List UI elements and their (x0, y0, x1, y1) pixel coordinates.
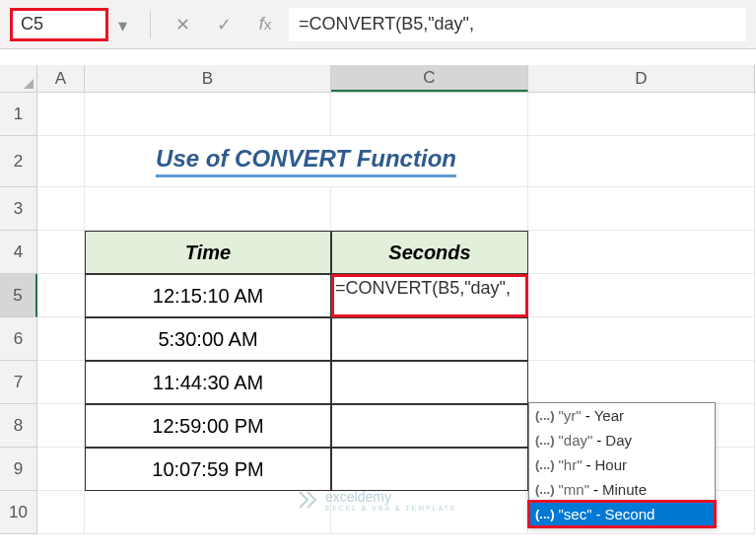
cell-d5[interactable] (528, 274, 755, 317)
autocomplete-value: "day" (559, 432, 593, 449)
cell-b10[interactable] (85, 491, 331, 534)
autocomplete-label: Year (594, 407, 624, 424)
cell-c7[interactable] (331, 361, 528, 404)
autocomplete-item-hr[interactable]: (...) "hr" - Hour (529, 452, 715, 477)
row-header-7[interactable]: 7 (0, 361, 37, 404)
cell-a5[interactable] (37, 274, 85, 317)
cell-b3[interactable] (85, 187, 331, 231)
autocomplete-kind-icon: (...) (535, 482, 555, 497)
active-cell-formula: =CONVERT(B5,"day", (335, 278, 511, 299)
cell-c6[interactable] (331, 317, 528, 361)
table-header-time[interactable]: Time (85, 231, 331, 274)
watermark-icon (296, 488, 319, 512)
cell-a10[interactable] (37, 491, 85, 534)
watermark-subtitle: EXCEL & VBA & TEMPLATE (325, 505, 457, 512)
cell-c9[interactable] (331, 448, 528, 491)
watermark-name: exceldemy (325, 489, 457, 505)
select-all-corner[interactable] (0, 65, 37, 92)
column-header-c[interactable]: C (331, 65, 528, 92)
autocomplete-item-sec[interactable]: (...) "sec" - Second (529, 502, 715, 526)
cell-d1[interactable] (528, 93, 755, 136)
cell-c8[interactable] (331, 404, 528, 448)
autocomplete-label: Hour (595, 456, 628, 473)
autocomplete-kind-icon: (...) (535, 457, 555, 472)
row-header-6[interactable]: 6 (0, 317, 37, 361)
column-header-a[interactable]: A (37, 65, 85, 92)
row-header-5[interactable]: 5 (0, 274, 37, 317)
autocomplete-kind-icon: (...) (535, 507, 555, 521)
row-header-3[interactable]: 3 (0, 187, 37, 231)
cell-c3[interactable] (331, 187, 528, 231)
row-header-1[interactable]: 1 (0, 93, 37, 136)
autocomplete-kind-icon: (...) (535, 408, 555, 423)
autocomplete-value: "yr" (559, 407, 582, 424)
table-header-seconds[interactable]: Seconds (331, 231, 528, 274)
column-header-d[interactable]: D (528, 65, 755, 92)
autocomplete-item-mn[interactable]: (...) "mn" - Minute (529, 477, 715, 502)
autocomplete-item-yr[interactable]: (...) "yr" - Year (529, 403, 715, 428)
fx-icon[interactable]: fx (253, 13, 277, 36)
autocomplete-label: Day (605, 432, 632, 449)
accept-formula-icon[interactable]: ✓ (212, 13, 236, 36)
row-header-8[interactable]: 8 (0, 404, 37, 448)
cancel-formula-icon[interactable]: ✕ (171, 13, 194, 36)
divider (150, 11, 151, 38)
cell-b6[interactable]: 5:30:00 AM (85, 317, 331, 361)
formula-bar-input[interactable]: =CONVERT(B5,"day", (289, 8, 746, 41)
cell-a8[interactable] (37, 404, 85, 448)
formula-bar-text: =CONVERT(B5,"day", (299, 14, 474, 35)
name-box[interactable]: C5 ▾ (10, 8, 108, 41)
cell-b1[interactable] (85, 93, 331, 136)
autocomplete-label: Second (605, 506, 655, 522)
title-text: Use of CONVERT Function (156, 145, 456, 177)
watermark-logo: exceldemy EXCEL & VBA & TEMPLATE (296, 488, 457, 512)
row-header-9[interactable]: 9 (0, 448, 37, 491)
cell-b5[interactable]: 12:15:10 AM (85, 274, 331, 317)
cell-d4[interactable] (528, 231, 755, 274)
name-box-dropdown-icon[interactable]: ▾ (109, 13, 135, 38)
autocomplete-value: "hr" (559, 456, 583, 473)
autocomplete-value: "sec" (559, 506, 592, 522)
column-header-b[interactable]: B (85, 65, 331, 92)
autocomplete-kind-icon: (...) (535, 433, 555, 448)
autocomplete-value: "mn" (559, 481, 590, 498)
row-header-4[interactable]: 4 (0, 231, 37, 274)
cell-a4[interactable] (37, 231, 85, 274)
cell-a3[interactable] (37, 187, 85, 231)
cell-a2[interactable] (37, 136, 85, 187)
cell-b8[interactable]: 12:59:00 PM (85, 404, 331, 448)
cell-c1[interactable] (331, 93, 528, 136)
cell-a6[interactable] (37, 317, 85, 361)
title-cell[interactable]: Use of CONVERT Function (85, 136, 528, 187)
row-header-10[interactable]: 10 (0, 491, 37, 534)
cell-a7[interactable] (37, 361, 85, 404)
cell-d3[interactable] (528, 187, 755, 231)
cell-d6[interactable] (528, 317, 755, 361)
cell-d7[interactable] (528, 361, 755, 404)
formula-autocomplete-dropdown[interactable]: (...) "yr" - Year (...) "day" - Day (...… (528, 402, 716, 527)
cell-a1[interactable] (37, 93, 85, 136)
autocomplete-item-day[interactable]: (...) "day" - Day (529, 428, 715, 452)
name-box-value: C5 (21, 14, 43, 35)
cell-b7[interactable]: 11:44:30 AM (85, 361, 331, 404)
cell-d2[interactable] (528, 136, 755, 187)
cell-a9[interactable] (37, 448, 85, 491)
autocomplete-label: Minute (602, 481, 647, 498)
row-header-2[interactable]: 2 (0, 136, 37, 187)
cell-b9[interactable]: 10:07:59 PM (85, 448, 331, 491)
